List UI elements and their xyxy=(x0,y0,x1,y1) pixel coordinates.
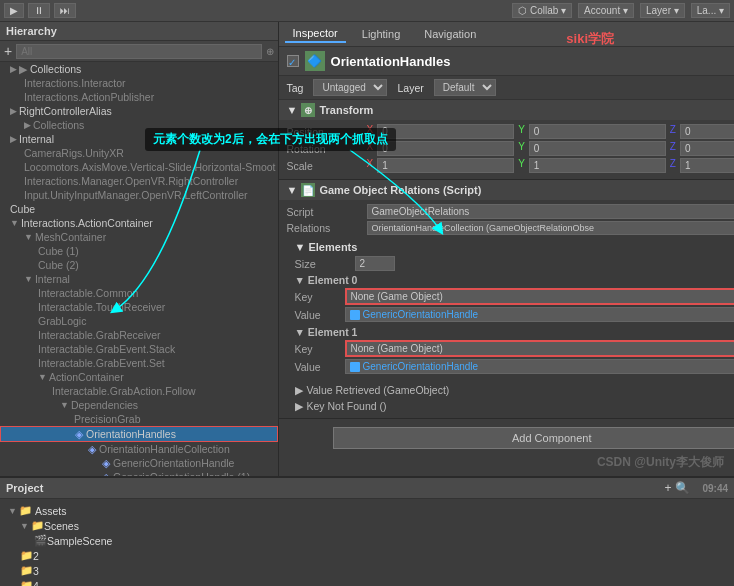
hierarchy-tree[interactable]: ▶ ▶ Collections Interactions.Interactor … xyxy=(0,62,278,476)
transform-arrow: ▼ xyxy=(287,104,298,116)
tree-item-orientation-collection[interactable]: ◈OrientationHandleCollection xyxy=(0,442,278,456)
project-timestamp: 09:44 xyxy=(702,483,728,494)
rotation-z[interactable] xyxy=(680,141,734,156)
tree-item-grab-logic[interactable]: GrabLogic xyxy=(0,314,278,328)
tree-item-dependencies[interactable]: ▼Dependencies xyxy=(0,398,278,412)
folder-icon-3: 📁 xyxy=(20,564,33,577)
element-0-val-row: Value GenericOrientationHandle ◎ xyxy=(295,307,734,322)
element-0-val-display: GenericOrientationHandle xyxy=(345,307,734,322)
folder-icon-2: 📁 xyxy=(20,549,33,562)
size-input[interactable] xyxy=(355,256,395,271)
tree-item-interactable-common[interactable]: Interactable.Common xyxy=(0,286,278,300)
script-value-input[interactable] xyxy=(367,204,734,219)
arrow-icon: ▶ xyxy=(10,64,17,74)
tree-item-right-controller[interactable]: ▶ RightControllerAlias xyxy=(0,104,278,118)
tab-lighting[interactable]: Lighting xyxy=(354,26,409,42)
project-4[interactable]: 📁 4 xyxy=(6,578,728,586)
value-retrieved-arrow: ▶ xyxy=(295,384,303,396)
element-1-val-text: GenericOrientationHandle xyxy=(363,361,479,372)
tree-item-internal2[interactable]: ▼ Internal xyxy=(0,272,278,286)
arrow-icon: ▼ xyxy=(24,274,33,284)
element-0-key-input[interactable] xyxy=(345,288,734,305)
tab-navigation[interactable]: Navigation xyxy=(416,26,484,42)
tree-item-cube[interactable]: Cube xyxy=(0,202,278,216)
inspector-object-header: 🔷 OrientationHandles Static ▾ xyxy=(279,47,734,76)
project-toolbar: + 🔍 09:44 xyxy=(664,481,728,495)
layer-button[interactable]: Layer ▾ xyxy=(640,3,685,18)
tree-item-input-manager[interactable]: Interactions.Manager.OpenVR.RightControl… xyxy=(0,174,278,188)
scale-x[interactable] xyxy=(377,158,514,173)
project-scenes-folder[interactable]: ▼📁 Scenes xyxy=(6,518,728,533)
tree-item-interactions-action[interactable]: ▼ Interactions.ActionContainer xyxy=(0,216,278,230)
element-0-arrow[interactable]: ▼ xyxy=(295,274,305,286)
key-not-found-row[interactable]: ▶ Key Not Found () xyxy=(287,398,734,414)
tree-item-input-unity[interactable]: Input.UnityInputManager.OpenVR.LeftContr… xyxy=(0,188,278,202)
key-not-found-arrow: ▶ xyxy=(295,400,303,412)
relations-header[interactable]: ▼ 📄 Game Object Relations (Script) ⚙ xyxy=(279,180,734,200)
scale-label: Scale xyxy=(287,160,367,172)
hierarchy-add-button[interactable]: + xyxy=(4,43,12,59)
layout-button[interactable]: La... ▾ xyxy=(691,3,730,18)
tree-item-cube2[interactable]: Cube (2) xyxy=(0,258,278,272)
project-sample-scene[interactable]: 🎬 SampleScene xyxy=(6,533,728,548)
relations-title: Game Object Relations (Script) xyxy=(319,184,481,196)
tree-item-interactable-touch[interactable]: Interactable.TouchReceiver xyxy=(0,300,278,314)
account-button[interactable]: Account ▾ xyxy=(578,3,634,18)
collab-button[interactable]: ⬡ Collab ▾ xyxy=(512,3,572,18)
tree-item-interactable-follow[interactable]: Interactable.GrabAction.Follow xyxy=(0,384,278,398)
element-1-header: ▼ Element 1 xyxy=(295,326,734,338)
hierarchy-search[interactable] xyxy=(16,44,261,59)
rotation-y[interactable] xyxy=(529,141,666,156)
element-1-arrow[interactable]: ▼ xyxy=(295,326,305,338)
project-search-button[interactable]: 🔍 xyxy=(675,481,690,495)
relations-value-input[interactable] xyxy=(367,221,734,235)
game-object-icon2: ◈ xyxy=(88,443,96,455)
position-z[interactable] xyxy=(680,124,734,139)
tree-item-interactable-set[interactable]: Interactable.GrabEvent.Set xyxy=(0,356,278,370)
elements-arrow[interactable]: ▼ xyxy=(295,241,306,253)
element-0-val-text: GenericOrientationHandle xyxy=(363,309,479,320)
project-tree[interactable]: ▼📁Assets ▼📁 Scenes 🎬 SampleScene 📁 2 📁 3… xyxy=(0,499,734,586)
tree-item-action-container[interactable]: ▼ActionContainer xyxy=(0,370,278,384)
tree-item-orientation-handles[interactable]: ◈ OrientationHandles xyxy=(0,426,278,442)
inspector-panel: Inspector Lighting Navigation 🔷 Orientat… xyxy=(279,22,734,476)
scale-z[interactable] xyxy=(680,158,734,173)
tree-item-generic-orientation[interactable]: ◈GenericOrientationHandle xyxy=(0,456,278,470)
tree-item-cube1[interactable]: Cube (1) xyxy=(0,244,278,258)
element-1-key-input[interactable] xyxy=(345,340,734,357)
tree-item-interactable-stack[interactable]: Interactable.GrabEvent.Stack xyxy=(0,342,278,356)
layer-select[interactable]: Default xyxy=(434,79,496,96)
add-component-button[interactable]: Add Component xyxy=(333,427,734,449)
tag-select[interactable]: Untagged xyxy=(313,79,387,96)
project-2[interactable]: 📁 2 xyxy=(6,548,728,563)
tab-inspector[interactable]: Inspector xyxy=(285,25,346,43)
active-checkbox[interactable] xyxy=(287,55,299,67)
transform-title: Transform xyxy=(319,104,373,116)
scene-icon: 🎬 xyxy=(34,534,47,547)
tree-item-interactable-grab[interactable]: Interactable.GrabReceiver xyxy=(0,328,278,342)
element-1-key-label: Key xyxy=(295,343,345,355)
play-button[interactable]: ▶ xyxy=(4,3,24,18)
tree-item-interactions-publisher[interactable]: Interactions.ActionPublisher xyxy=(0,90,278,104)
tree-item-interactions-interactor[interactable]: Interactions.Interactor xyxy=(0,76,278,90)
tree-item-precision-grab[interactable]: PrecisionGrab xyxy=(0,412,278,426)
project-content: ▼📁Assets ▼📁 Scenes 🎬 SampleScene 📁 2 📁 3… xyxy=(0,499,734,586)
pause-button[interactable]: ⏸ xyxy=(28,3,50,18)
annotation-text: 元素个数改为2后，会在下方出现两个抓取点 xyxy=(145,128,396,151)
tree-item-mesh[interactable]: ▼ MeshContainer xyxy=(0,230,278,244)
step-button[interactable]: ⏭ xyxy=(54,3,76,18)
value-retrieved-label: Value Retrieved (GameObject) xyxy=(307,384,450,396)
elements-header: ▼ Elements xyxy=(295,241,734,253)
value-retrieved-row[interactable]: ▶ Value Retrieved (GameObject) xyxy=(287,382,734,398)
position-y[interactable] xyxy=(529,124,666,139)
scale-y[interactable] xyxy=(529,158,666,173)
tree-item-locomotors[interactable]: Locomotors.AxisMove.Vertical-Slide.Horiz… xyxy=(0,160,278,174)
project-3[interactable]: 📁 3 xyxy=(6,563,728,578)
arrow-icon: ▼ xyxy=(38,372,47,382)
tree-item-collections[interactable]: ▶ ▶ Collections xyxy=(0,62,278,76)
transform-header[interactable]: ▼ ⊕ Transform xyxy=(279,100,734,120)
assets-root[interactable]: ▼📁Assets xyxy=(6,503,728,518)
position-x[interactable] xyxy=(377,124,514,139)
project-add-button[interactable]: + xyxy=(664,481,671,495)
rotation-x[interactable] xyxy=(377,141,514,156)
